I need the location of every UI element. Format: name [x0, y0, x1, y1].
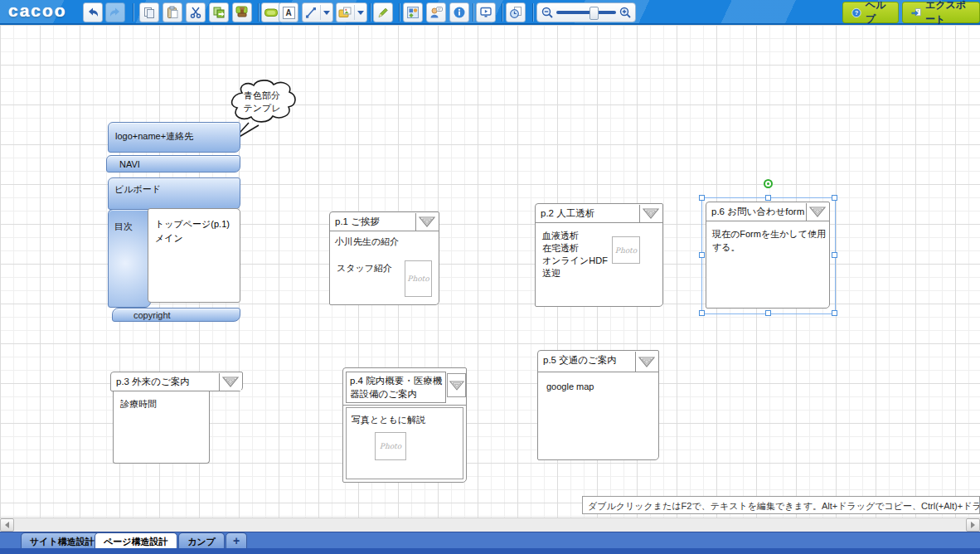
- page-box-p2[interactable]: p.2 人工透析 血液透析 在宅透析 オンラインHDF 送迎 Photo: [535, 203, 663, 307]
- stencil-shapes-icon: [406, 6, 420, 19]
- page-box-p1[interactable]: p.1 ご挨拶 小川先生の紹介 スタッフ紹介 Photo: [329, 211, 439, 305]
- stamp-icon: [235, 6, 249, 19]
- svg-text:?: ?: [855, 9, 859, 17]
- export-button[interactable]: エクスポート: [902, 2, 980, 23]
- cacoo-logo: cacoo: [8, 1, 67, 21]
- line-tool-button[interactable]: [302, 2, 333, 22]
- cacoo-editor-window: cacoo: [0, 0, 980, 554]
- page-box-p3-titlebar[interactable]: p.3 外来のご案内: [110, 372, 243, 391]
- image-tool-button[interactable]: [336, 2, 367, 22]
- page-box-p4[interactable]: p.4 院内概要・医療機器設備のご案内 写真とともに解説 Photo: [342, 367, 467, 483]
- scroll-right-button[interactable]: [966, 518, 980, 532]
- template-billboard-box[interactable]: ビルボード: [108, 177, 240, 210]
- help-label: ヘルプ: [866, 0, 890, 27]
- page-body-line: 小川先生の紹介: [335, 236, 399, 248]
- redo-icon: [109, 6, 122, 19]
- toolbar: cacoo: [0, 0, 980, 25]
- paste-icon: [166, 6, 179, 19]
- user-comment-icon: [429, 6, 443, 19]
- diagram-canvas[interactable]: 青色部分 テンプレ logo+name+連絡先 NAVI ビルボード 目次 トッ…: [0, 25, 980, 518]
- export-icon: [911, 7, 921, 19]
- copy-button[interactable]: [139, 2, 159, 22]
- page-box-p5[interactable]: p.5 交通のご案内 google map: [537, 350, 659, 460]
- photo-placeholder[interactable]: Photo: [375, 432, 406, 460]
- add-sheet-button[interactable]: +: [226, 532, 247, 548]
- edit-pencil-button[interactable]: [373, 2, 393, 22]
- stamp-button[interactable]: [232, 2, 252, 22]
- resize-handle-se[interactable]: [832, 310, 837, 316]
- toolbar-separator: [258, 3, 259, 22]
- collapse-triangle-icon[interactable]: [415, 213, 438, 231]
- zoom-in-icon[interactable]: [619, 6, 632, 19]
- collapse-triangle-icon[interactable]: [447, 373, 466, 397]
- cut-button[interactable]: [186, 2, 206, 22]
- tab-site-structure[interactable]: サイト構造設計: [21, 532, 104, 548]
- photo-placeholder[interactable]: Photo: [405, 260, 432, 297]
- scissors-icon: [189, 6, 202, 19]
- page-body-line: 血液透析: [542, 230, 608, 242]
- copy-icon: [143, 6, 156, 19]
- undo-button[interactable]: [83, 2, 103, 22]
- selection-frame: [701, 197, 836, 314]
- cloud-callout-text[interactable]: 青色部分 テンプレ: [234, 90, 290, 114]
- page-title: p.4 院内概要・医療機器設備のご案内: [346, 372, 446, 403]
- scroll-left-button[interactable]: [0, 518, 14, 532]
- paste-button[interactable]: [163, 2, 182, 22]
- image-tool-dropdown-icon[interactable]: [357, 11, 364, 15]
- info-button[interactable]: [449, 2, 469, 22]
- page-box-p3-body[interactable]: 診療時間: [113, 391, 210, 464]
- help-button[interactable]: ? ヘルプ: [842, 2, 899, 23]
- photo-placeholder[interactable]: Photo: [612, 236, 640, 264]
- tab-page-structure[interactable]: ページ構造設計: [95, 532, 177, 548]
- help-icon: ?: [851, 7, 861, 19]
- history-icon: [509, 6, 522, 19]
- line-tool-dropdown-icon[interactable]: [323, 11, 330, 15]
- sheet-tab-bar: サイト構造設計 ページ構造設計 カンプ +: [0, 532, 980, 548]
- presentation-icon: [479, 6, 492, 19]
- toolbar-separator: [370, 3, 371, 22]
- zoom-slider-track[interactable]: [556, 11, 616, 14]
- page-body-line: 在宅透析: [542, 242, 608, 255]
- page-body-line: 写真とともに解説: [352, 414, 425, 426]
- zoom-slider-thumb[interactable]: [589, 7, 599, 20]
- template-toc-panel[interactable]: 目次: [108, 209, 151, 308]
- resize-handle-nw[interactable]: [699, 195, 705, 201]
- dropdown-divider: [354, 5, 355, 20]
- presentation-button[interactable]: [476, 2, 496, 22]
- zoom-out-icon[interactable]: [541, 6, 554, 19]
- bottom-strip: [0, 548, 980, 554]
- undo-icon: [86, 6, 99, 19]
- collapse-triangle-icon[interactable]: [219, 373, 241, 391]
- zoom-control: [536, 2, 636, 22]
- collapse-triangle-icon[interactable]: [639, 205, 662, 222]
- rounded-rect-shape-icon: [264, 6, 279, 19]
- resize-handle-s[interactable]: [765, 310, 771, 316]
- resize-handle-ne[interactable]: [832, 195, 837, 201]
- text-tool-button[interactable]: A: [279, 2, 298, 22]
- template-copyright-bar[interactable]: copyright: [112, 308, 240, 322]
- redo-button[interactable]: [105, 2, 125, 22]
- tab-comp[interactable]: カンプ: [178, 532, 225, 548]
- page-body-line: オンラインHDF: [542, 255, 608, 267]
- comment-button[interactable]: [426, 2, 446, 22]
- scroll-left-icon: [5, 522, 9, 528]
- resize-handle-w[interactable]: [699, 252, 705, 258]
- export-label: エクスポート: [925, 0, 971, 27]
- template-header-box[interactable]: logo+name+連絡先: [108, 122, 240, 153]
- history-button[interactable]: [506, 2, 526, 22]
- collapse-triangle-icon[interactable]: [635, 352, 657, 372]
- template-navi-box[interactable]: NAVI: [106, 155, 240, 173]
- resize-handle-e[interactable]: [832, 252, 837, 258]
- horizontal-scrollbar[interactable]: [0, 518, 980, 532]
- rotate-handle[interactable]: [764, 179, 773, 188]
- stencil-panel-button[interactable]: [403, 2, 423, 22]
- template-content-box[interactable]: トップページ(p.1) メイン: [148, 208, 240, 303]
- resize-handle-sw[interactable]: [699, 310, 705, 316]
- resize-handle-n[interactable]: [765, 195, 771, 201]
- page-body-line: スタッフ紹介: [337, 262, 392, 275]
- page-body-line: 診療時間: [120, 398, 157, 411]
- page-body-line: 送迎: [542, 267, 608, 279]
- title-divider: [343, 405, 466, 406]
- toolbar-separator: [133, 3, 133, 22]
- duplicate-button[interactable]: [209, 2, 229, 22]
